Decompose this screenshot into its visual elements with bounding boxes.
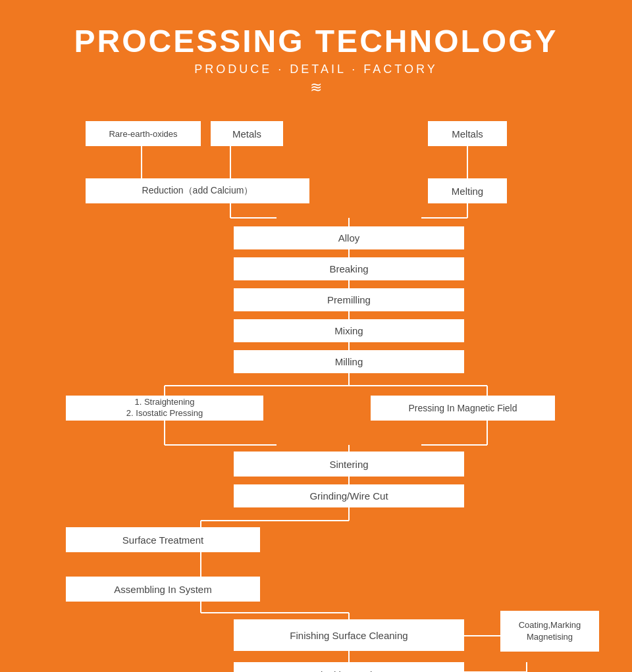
grinding-box: Grinding/Wire Cut [234,484,464,507]
rare-earth-box: Rare-earth-oxides [86,121,201,146]
milling-box: Milling [234,350,464,373]
mixing-box: Mixing [234,319,464,342]
page-subtitle: PRODUCE · DETAIL · FACTORY [194,63,437,76]
meltals-box: Meltals [428,121,507,146]
breaking-box: Breaking [234,257,464,280]
melting-box: Melting [428,178,507,203]
assembling-box: Assembling In System [66,577,260,602]
pressing-box: Pressing In Magnetic Field [371,396,555,421]
alloy-box: Alloy [234,226,464,249]
sintering-box: Sintering [234,452,464,477]
wave-icon: ≋ [310,79,322,96]
premilling-box: Premilling [234,288,464,311]
surface-box: Surface Treatment [66,527,260,552]
final-inspection-box: Final inspection [234,662,464,672]
straightening-box: 1. Straightening 2. Isostatic Pressing [66,396,263,421]
page-title: PROCESSING TECHNOLOGY [74,23,558,59]
finishing-box: Finishing Surface Cleaning [234,619,464,651]
reduction-box: Reduction（add Calcium） [86,178,309,203]
metals-box: Metals [211,121,283,146]
coating-box: Coating,Marking Magnetising [500,611,599,652]
